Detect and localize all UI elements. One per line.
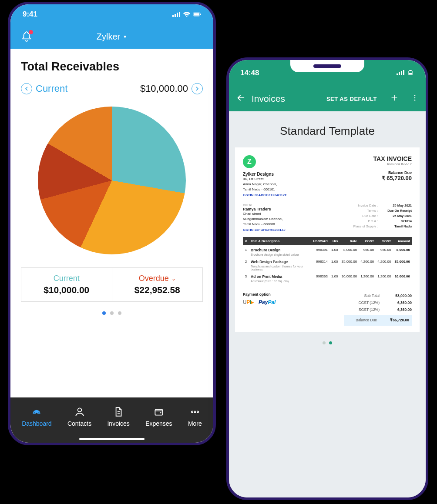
svg-rect-19 xyxy=(403,70,404,75)
signal-icon xyxy=(172,12,180,17)
svg-point-9 xyxy=(39,412,40,413)
company-name: Zylker Designs xyxy=(243,172,287,177)
page-dot-1[interactable] xyxy=(102,311,106,315)
svg-point-8 xyxy=(34,412,35,413)
items-table: # Item & Description HSN/SAC Hrs Rate CG… xyxy=(243,237,412,284)
next-period-button[interactable] xyxy=(192,83,203,94)
org-switcher[interactable]: Zylker ▼ xyxy=(97,32,127,42)
bill-to-block: Bill To Ramya Traders Chari street Nunga… xyxy=(243,203,286,232)
svg-point-13 xyxy=(192,411,193,412)
tab-label: Invoices xyxy=(107,420,129,427)
tab-expenses[interactable]: Expenses xyxy=(145,406,172,427)
invoice-meta: Invoice Date :25 May 2021 Terms :Due On … xyxy=(347,203,412,232)
company-gstin: GSTIN 33ABCCZ1234D1ZE xyxy=(243,193,287,197)
page-dot-2[interactable] xyxy=(329,341,332,344)
tab-contacts[interactable]: Contacts xyxy=(67,406,91,427)
company-logo: Z xyxy=(243,155,256,168)
tab-dashboard[interactable]: Dashboard xyxy=(22,406,52,427)
svg-rect-5 xyxy=(194,13,199,16)
svg-point-24 xyxy=(414,97,416,99)
phone-ios-dashboard: 9:41 Zylker ▼ Total Receivables Current xyxy=(8,2,216,445)
chevron-left-icon xyxy=(24,87,29,91)
tab-label: More xyxy=(188,420,202,427)
svg-point-7 xyxy=(36,413,37,414)
page-dot-3[interactable] xyxy=(118,311,121,315)
payment-options: Payment option UPI▸ PayPal xyxy=(243,292,276,305)
plus-icon xyxy=(390,93,399,102)
svg-point-25 xyxy=(414,100,416,101)
status-time: 14:48 xyxy=(240,69,259,77)
page-indicator xyxy=(21,311,203,315)
invoice-preview[interactable]: Z Zylker Designs 84, 1st Street, Anna Na… xyxy=(235,147,420,332)
arrow-left-icon xyxy=(236,93,245,103)
set-as-default-button[interactable]: SET AS DEFAULT xyxy=(326,96,377,102)
summary-box: Current $10,000.00 Overdue ⌄ $22,952.58 xyxy=(21,267,203,302)
chevron-down-icon: ⌄ xyxy=(171,276,176,282)
header-title: Invoices xyxy=(252,93,320,104)
svg-rect-18 xyxy=(401,71,402,75)
summary-current-label: Current xyxy=(21,274,112,283)
template-title: Standard Template xyxy=(235,124,420,138)
summary-overdue-label: Overdue xyxy=(139,274,169,283)
tab-label: Dashboard xyxy=(22,420,52,427)
svg-point-23 xyxy=(414,95,416,96)
svg-rect-6 xyxy=(200,13,201,15)
status-time: 9:41 xyxy=(23,10,37,19)
back-button[interactable] xyxy=(236,93,245,104)
notch xyxy=(290,60,364,72)
wifi-icon xyxy=(183,12,191,17)
receivables-pie-chart xyxy=(38,107,186,254)
app-header: Invoices SET AS DEFAULT xyxy=(229,86,426,111)
svg-point-14 xyxy=(194,411,195,412)
battery-icon xyxy=(407,70,414,75)
upi-logo: UPI▸ xyxy=(243,299,253,305)
svg-rect-2 xyxy=(177,13,178,17)
svg-point-12 xyxy=(160,412,161,414)
tab-label: Expenses xyxy=(145,420,172,427)
doc-number: Invoice# INV-17 xyxy=(373,162,412,166)
svg-point-10 xyxy=(77,408,81,412)
notifications-button[interactable] xyxy=(21,31,32,42)
app-header: Zylker ▼ xyxy=(10,24,213,49)
signal-icon xyxy=(397,70,404,75)
svg-rect-22 xyxy=(409,73,412,75)
card-title: Total Receivables xyxy=(21,60,203,73)
tab-bar: Dashboard Contacts Invoices Expenses Mor… xyxy=(10,397,213,443)
status-icons xyxy=(172,12,201,17)
bill-to-name: Ramya Traders xyxy=(243,207,286,211)
period-amount: $10,000.00 xyxy=(140,83,188,94)
period-row: Current $10,000.00 xyxy=(21,83,203,94)
svg-rect-17 xyxy=(399,72,400,75)
more-icon xyxy=(189,406,201,417)
prev-period-button[interactable] xyxy=(21,83,32,94)
doc-title: TAX INVOICE xyxy=(373,155,412,162)
more-vertical-icon xyxy=(411,93,419,102)
table-row: 3Ad on Print MediaAd colour (Size : 10 S… xyxy=(243,272,412,284)
svg-rect-0 xyxy=(172,15,174,17)
document-icon xyxy=(113,406,124,417)
add-button[interactable] xyxy=(390,93,399,104)
summary-current-value: $10,000.00 xyxy=(21,285,112,295)
svg-rect-1 xyxy=(175,14,176,17)
bill-to-gstin: GSTIN 33FGHCR5678I1ZJ xyxy=(243,228,286,232)
summary-current[interactable]: Current $10,000.00 xyxy=(21,268,112,301)
balance-due-label: Balance Due xyxy=(373,170,412,175)
dashboard-body: Total Receivables Current $10,000.00 Cur… xyxy=(10,49,213,315)
tab-label: Contacts xyxy=(67,420,91,427)
overflow-menu-button[interactable] xyxy=(411,93,419,104)
tab-more[interactable]: More xyxy=(188,406,202,427)
org-name: Zylker xyxy=(97,32,120,42)
phone-android-invoices: 14:48 Invoices SET AS DEFAULT Standard T… xyxy=(226,57,428,500)
page-indicator xyxy=(235,341,420,344)
svg-rect-3 xyxy=(179,12,180,17)
table-row: 2Web Design PackageTemplates and custom … xyxy=(243,257,412,272)
summary-overdue-value: $22,952.58 xyxy=(112,285,203,295)
company-address: 84, 1st Street, Anna Nagar, Chennai, Tam… xyxy=(243,177,287,192)
home-indicator[interactable] xyxy=(79,438,145,440)
tab-invoices[interactable]: Invoices xyxy=(107,406,129,427)
summary-overdue[interactable]: Overdue ⌄ $22,952.58 xyxy=(112,268,203,301)
svg-rect-11 xyxy=(155,410,162,415)
page-dot-1[interactable] xyxy=(323,341,326,344)
notification-dot xyxy=(29,30,33,34)
page-dot-2[interactable] xyxy=(110,311,114,315)
